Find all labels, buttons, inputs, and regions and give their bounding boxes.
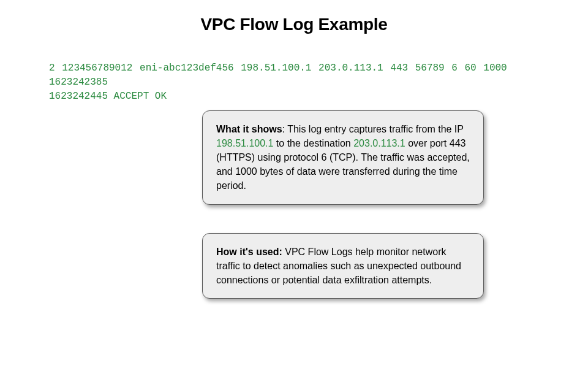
flow-log-entry: 2 123456789012 eni-abc123def456 198.51.1… xyxy=(0,34,588,104)
explanation-cards: What it shows: This log entry captures t… xyxy=(0,104,588,299)
page-title: VPC Flow Log Example xyxy=(0,0,588,34)
what-it-shows-label: What it shows xyxy=(216,124,282,134)
flow-log-tail: 1623242445 ACCEPT OK xyxy=(49,91,167,102)
dest-ip: 203.0.113.1 xyxy=(353,138,405,148)
how-its-used-label: How it's used: xyxy=(216,247,282,257)
what-it-shows-pre: : This log entry captures traffic from t… xyxy=(282,124,464,134)
what-it-shows-card: What it shows: This log entry captures t… xyxy=(202,110,484,205)
source-ip: 198.51.100.1 xyxy=(216,138,273,148)
flow-log-main: 2 123456789012 eni-abc123def456 198.51.1… xyxy=(49,63,514,88)
how-its-used-card: How it's used: VPC Flow Logs help monito… xyxy=(202,233,484,299)
what-it-shows-mid: to the destination xyxy=(273,138,353,148)
